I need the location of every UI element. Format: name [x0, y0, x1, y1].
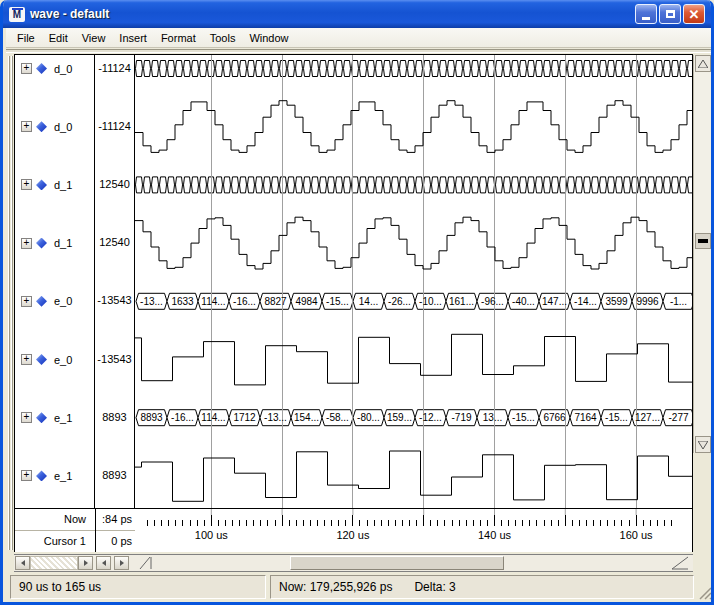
signal-row-e_1[interactable]: +e_1 — [21, 467, 72, 485]
expand-button[interactable]: + — [21, 63, 32, 74]
signal-diamond-icon — [36, 470, 47, 481]
signal-name[interactable]: d_1 — [54, 179, 72, 191]
toolbar-ridge — [6, 49, 714, 53]
signal-name[interactable]: e_1 — [54, 470, 72, 482]
signal-name[interactable]: e_0 — [54, 354, 72, 366]
zoom-range-status: 90 us to 165 us — [10, 575, 266, 599]
signal-value: -11124 — [95, 62, 134, 74]
signal-name[interactable]: d_0 — [54, 63, 72, 75]
horizontal-scrollbar-thumb[interactable] — [290, 556, 504, 570]
signal-row-d_0[interactable]: +d_0 — [21, 60, 72, 78]
svg-text:-13...: -13... — [140, 296, 163, 307]
signal-name[interactable]: e_0 — [54, 295, 72, 307]
now-status: Now: 179,255,926 ps — [279, 580, 392, 594]
svg-text:100 us: 100 us — [195, 529, 229, 541]
delta-status: Delta: 3 — [414, 580, 455, 594]
svg-text:140 us: 140 us — [478, 529, 512, 541]
svg-text:147...: 147... — [542, 296, 567, 307]
svg-text:160 us: 160 us — [620, 529, 654, 541]
menu-tools[interactable]: Tools — [203, 30, 243, 46]
menu-format[interactable]: Format — [154, 30, 203, 46]
names-scroll-left-button[interactable] — [15, 556, 30, 570]
wave-pane: +d_0+d_0+d_1+d_1+e_0+e_0+e_1+e_1 -11124-… — [14, 54, 693, 552]
menu-view[interactable]: View — [75, 30, 113, 46]
menu-insert[interactable]: Insert — [112, 30, 154, 46]
close-button[interactable]: ✕ — [683, 4, 705, 24]
signal-row-d_1[interactable]: +d_1 — [21, 176, 72, 194]
svg-text:8827: 8827 — [264, 296, 287, 307]
waveform-canvas[interactable]: -13...1633114...-16...88274984-15...14..… — [135, 55, 692, 508]
signal-diamond-icon — [36, 238, 47, 249]
waveforms: -13...1633114...-16...88274984-15...14..… — [135, 55, 692, 508]
svg-text:-80...: -80... — [357, 412, 380, 423]
horizontal-scroll-row — [14, 554, 693, 572]
signal-names-column: +d_0+d_0+d_1+d_1+e_0+e_0+e_1+e_1 — [15, 55, 95, 508]
signal-name[interactable]: d_0 — [54, 121, 72, 133]
svg-text:161...: 161... — [449, 296, 474, 307]
svg-text:-40...: -40... — [512, 296, 535, 307]
signal-row-e_0[interactable]: +e_0 — [21, 351, 72, 369]
expand-button[interactable]: + — [21, 412, 32, 423]
svg-text:-10...: -10... — [419, 296, 442, 307]
expand-button[interactable]: + — [21, 238, 32, 249]
names-scrollbar-trough[interactable] — [30, 556, 78, 570]
signal-row-d_0[interactable]: +d_0 — [21, 118, 72, 136]
expand-button[interactable]: + — [21, 121, 32, 132]
menu-edit[interactable]: Edit — [42, 30, 75, 46]
svg-text:120 us: 120 us — [336, 529, 370, 541]
svg-text:-58...: -58... — [326, 412, 349, 423]
menu-window[interactable]: Window — [242, 30, 295, 46]
svg-text:7164: 7164 — [574, 412, 597, 423]
scroll-down-button[interactable] — [695, 436, 711, 453]
svg-text:1712: 1712 — [233, 412, 256, 423]
maximize-button[interactable] — [659, 4, 681, 24]
svg-text:1633: 1633 — [171, 296, 194, 307]
vertical-scrollbar[interactable] — [693, 55, 711, 453]
expand-button[interactable]: + — [21, 470, 32, 481]
title-bar[interactable]: M wave - default ✕ — [3, 0, 711, 28]
signal-name[interactable]: d_1 — [54, 237, 72, 249]
close-icon: ✕ — [689, 8, 700, 21]
svg-text:-96...: -96... — [481, 296, 504, 307]
menu-file[interactable]: File — [10, 30, 42, 46]
values-scroll-right-button[interactable] — [114, 556, 129, 570]
window-title: wave - default — [30, 7, 109, 21]
wave-window: M wave - default ✕ FileEditViewInsertFor… — [0, 0, 714, 605]
expand-button[interactable]: + — [21, 354, 32, 365]
svg-text:8893: 8893 — [140, 412, 163, 423]
svg-text:-16...: -16... — [233, 296, 256, 307]
cursor1-label[interactable]: Cursor 1 — [15, 535, 86, 547]
names-scroll-right-button[interactable] — [78, 556, 93, 570]
svg-text:-16...: -16... — [171, 412, 194, 423]
signal-diamond-icon — [36, 412, 47, 423]
scroll-up-button[interactable] — [695, 55, 711, 72]
svg-text:-15...: -15... — [605, 412, 628, 423]
signal-value: 12540 — [95, 236, 134, 248]
timeline-ruler[interactable]: 100 us120 us140 us160 us — [135, 509, 692, 552]
resize-grip-icon[interactable] — [696, 584, 712, 600]
values-scroll-left-button[interactable] — [96, 556, 111, 570]
expand-button[interactable]: + — [21, 296, 32, 307]
svg-text:-12...: -12... — [419, 412, 442, 423]
signal-value: 12540 — [95, 178, 134, 190]
signal-name[interactable]: e_1 — [54, 412, 72, 424]
svg-text:114...: 114... — [201, 412, 225, 423]
menu-bar: FileEditViewInsertFormatToolsWindow — [6, 28, 714, 48]
vertical-scrollbar-thumb[interactable] — [695, 233, 711, 249]
modelsim-m-icon: M — [9, 7, 25, 22]
minimize-icon — [642, 17, 650, 20]
arrow-right-icon — [84, 560, 88, 566]
signal-value: -11124 — [95, 120, 134, 132]
signal-diamond-icon — [36, 179, 47, 190]
now-value: :84 ps — [96, 513, 132, 525]
arrow-down-icon — [698, 441, 708, 449]
signal-diamond-icon — [36, 354, 47, 365]
expand-button[interactable]: + — [21, 179, 32, 190]
arrow-left-icon — [21, 560, 25, 566]
signal-row-e_0[interactable]: +e_0 — [21, 292, 72, 310]
signal-row-d_1[interactable]: +d_1 — [21, 234, 72, 252]
minimize-button[interactable] — [635, 4, 657, 24]
signal-row-e_1[interactable]: +e_1 — [21, 409, 72, 427]
svg-text:-719: -719 — [451, 412, 471, 423]
svg-text:6766: 6766 — [543, 412, 566, 423]
